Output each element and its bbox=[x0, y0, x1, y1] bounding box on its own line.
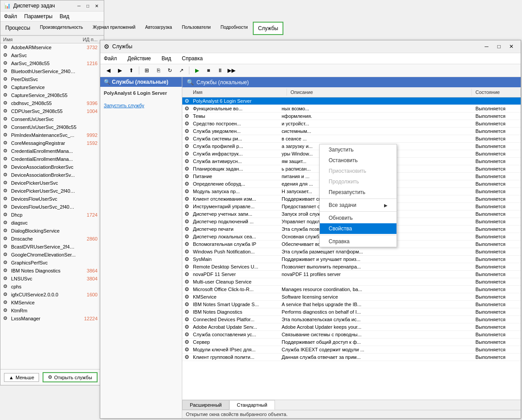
svc-row[interactable]: ⚙ IBM Notes Diagnostics Performs diagnos… bbox=[182, 308, 521, 316]
tm-row[interactable]: ⚙ Dhcp 1724 bbox=[0, 211, 104, 219]
ctx-item-остановить[interactable]: Остановить bbox=[320, 155, 396, 166]
svc-menu-file[interactable]: Файл bbox=[103, 54, 118, 63]
tab-services[interactable]: Службы bbox=[253, 22, 283, 35]
ctx-item-запустить[interactable]: Запустить bbox=[320, 144, 396, 155]
svc-row[interactable]: ⚙ Клиент групповой полити... Данная служ… bbox=[182, 354, 521, 361]
ctx-item-свойства[interactable]: Свойства bbox=[320, 223, 396, 234]
tb-copy-btn[interactable]: ⎘ bbox=[153, 66, 164, 75]
tm-row[interactable]: ⚙ DeviceAssociationBrokerSvc bbox=[0, 163, 104, 171]
tm-row[interactable]: ⚙ DeviceAssociationBrokerSv... bbox=[0, 171, 104, 179]
svc-row[interactable]: ⚙ Connected Devices Platfor... Эта польз… bbox=[182, 316, 521, 323]
tm-close-btn[interactable]: ✕ bbox=[93, 2, 100, 9]
tab-performance[interactable]: Производительность bbox=[35, 22, 88, 35]
svc-row[interactable]: ⚙ KMService Software licensing service В… bbox=[182, 293, 521, 301]
svc-row[interactable]: ⚙ PolyAnalyst 6 Login Server bbox=[182, 97, 521, 105]
tm-row[interactable]: ⚙ ConsentUxUserSvc bbox=[0, 115, 104, 123]
svc-row[interactable]: ⚙ Функциональные во... ных возмо... Выпо… bbox=[182, 105, 521, 113]
tm-menu-params[interactable]: Параметры bbox=[24, 12, 53, 20]
tb-stop-btn[interactable]: ■ bbox=[203, 66, 214, 75]
tm-row[interactable]: ⚙ AdobeARMservice 3732 bbox=[0, 43, 104, 51]
svc-row-name: KMService bbox=[191, 294, 280, 300]
ctx-item-перезапустить[interactable]: Перезапустить bbox=[320, 187, 396, 198]
tm-row[interactable]: ⚙ LNSUSvc 3804 bbox=[0, 275, 104, 283]
svc-row[interactable]: ⚙ Remote Desktop Services U... Позволяет… bbox=[182, 263, 521, 271]
svc-maximize-btn[interactable]: □ bbox=[493, 42, 505, 51]
tm-row[interactable]: ⚙ BluetoothUserService_2f408... bbox=[0, 67, 104, 75]
tm-row[interactable]: ⚙ AarSvc bbox=[0, 51, 104, 59]
tm-row[interactable]: ⚙ Dnscache 2860 bbox=[0, 235, 104, 243]
tm-row[interactable]: ⚙ GoogleChromeElevationSer... bbox=[0, 251, 104, 259]
tm-row[interactable]: ⚙ DevicesFlowUserSvc bbox=[0, 195, 104, 203]
svc-row[interactable]: ⚙ Служба сопоставления ус... Связывание … bbox=[182, 331, 521, 338]
svc-menu-help[interactable]: Справка bbox=[181, 54, 204, 63]
svc-row[interactable]: ⚙ Adobe Acrobat Update Serv... Adobe Acr… bbox=[182, 323, 521, 331]
tm-row[interactable]: ⚙ DialogBlockingService bbox=[0, 227, 104, 235]
ctx-item-все-задачи[interactable]: Все задачи▶ bbox=[320, 200, 396, 210]
tm-menu-file[interactable]: Файл bbox=[4, 12, 17, 20]
tm-row[interactable]: ⚙ IBM Notes Diagnostics 3864 bbox=[0, 267, 104, 275]
tm-row[interactable]: ⚙ CDPUserSvc_2f408c55 1004 bbox=[0, 107, 104, 115]
tab-extended[interactable]: Расширенный bbox=[182, 400, 229, 410]
tab-users[interactable]: Пользователи bbox=[177, 22, 216, 35]
tm-minimize-btn[interactable]: ─ bbox=[75, 2, 82, 9]
tb-pause-btn[interactable]: ⏸ bbox=[215, 66, 225, 75]
tm-row[interactable]: ⚙ diagsvc bbox=[0, 219, 104, 227]
tm-row[interactable]: ⚙ cphs bbox=[0, 283, 104, 291]
svc-menu-view[interactable]: Вид bbox=[161, 54, 172, 63]
tb-back-btn[interactable]: ◀ bbox=[103, 66, 114, 75]
tb-refresh-btn[interactable]: ↻ bbox=[165, 66, 175, 75]
tm-row[interactable]: ⚙ igfxCUIService2.0.0.0 1600 bbox=[0, 291, 104, 299]
tm-row[interactable]: ⚙ CoreMessagingRegistrar 1592 bbox=[0, 139, 104, 147]
open-services-btn[interactable]: ⚙ Открыть службы bbox=[43, 372, 98, 382]
tab-processes[interactable]: Процессы bbox=[0, 22, 35, 35]
tm-row[interactable]: ⚙ DevicePickerUserSvc_2f408... bbox=[0, 187, 104, 195]
svc-row[interactable]: ⚙ Multi-user Cleanup Service Выполняется bbox=[182, 278, 521, 286]
svc-row[interactable]: ⚙ Средство построен... и устройст... Вып… bbox=[182, 120, 521, 128]
tm-row[interactable]: ⚙ CredentialEnrollmentMana... bbox=[0, 155, 104, 163]
tab-standard[interactable]: Стандартный bbox=[229, 400, 275, 410]
tb-restart-btn[interactable]: ▶▶ bbox=[226, 66, 237, 75]
tm-row[interactable]: ⚙ CaptureService_2f408c55 bbox=[0, 91, 104, 99]
tm-row[interactable]: ⚙ LxssManager 12224 bbox=[0, 315, 104, 323]
tm-row[interactable]: ⚙ CaptureService bbox=[0, 83, 104, 91]
tb-up-btn[interactable]: ⬆ bbox=[126, 66, 137, 75]
tb-show-btn[interactable]: ⊞ bbox=[141, 66, 152, 75]
svc-close-btn[interactable]: ✕ bbox=[506, 42, 517, 51]
tm-row[interactable]: ⚙ ConsentUxUserSvc_2f408c55 bbox=[0, 123, 104, 131]
svc-row[interactable]: ⚙ Microsoft Office Click-to-R... Manages… bbox=[182, 286, 521, 293]
svc-start-link[interactable]: Запустить службу bbox=[104, 103, 144, 108]
tm-row[interactable]: ⚙ PeerDistSvc bbox=[0, 75, 104, 83]
ctx-item-справка[interactable]: Справка bbox=[320, 236, 396, 247]
tm-row[interactable]: ⚙ CredentialEnrollmentMana... bbox=[0, 147, 104, 155]
svc-menu-action[interactable]: Действие bbox=[127, 54, 152, 63]
svc-row[interactable]: ⚙ novaPDF 11 Server novaPDF 11 profiles … bbox=[182, 271, 521, 278]
tb-play-btn[interactable]: ▶ bbox=[192, 66, 202, 75]
tm-row[interactable]: ⚙ KtmRm bbox=[0, 307, 104, 315]
tm-row[interactable]: ⚙ KMService bbox=[0, 299, 104, 307]
tm-maximize-btn[interactable]: □ bbox=[84, 2, 91, 9]
svc-row[interactable]: ⚙ Темы нформления. Выполняется bbox=[182, 113, 521, 120]
less-btn[interactable]: ▲ Меньше bbox=[4, 373, 39, 382]
tm-row[interactable]: ⚙ BcastDVRUserService_2f408... bbox=[0, 243, 104, 251]
tm-row[interactable]: ⚙ AarSvc_2f408c55 1216 bbox=[0, 59, 104, 67]
tm-menu-view[interactable]: Вид bbox=[59, 12, 69, 20]
ctx-item-обновить[interactable]: Обновить bbox=[320, 213, 396, 223]
tb-map-btn[interactable]: ↗ bbox=[176, 66, 187, 75]
svc-row[interactable]: ⚙ Служба системы ри... в сеансе ... Выпо… bbox=[182, 135, 521, 143]
tab-details[interactable]: Подробности bbox=[216, 22, 252, 35]
tm-row[interactable]: ⚙ DevicePickerUserSvc bbox=[0, 179, 104, 187]
tab-startup[interactable]: Автозагрузка bbox=[140, 22, 177, 35]
svc-row[interactable]: ⚙ Windows Push Notification... Эта служб… bbox=[182, 248, 521, 256]
tm-row[interactable]: ⚙ GraphicsPerfSvc bbox=[0, 259, 104, 267]
tm-row[interactable]: ⚙ PimIndexMaintenanceSvc_... 9992 bbox=[0, 131, 104, 139]
svc-row[interactable]: ⚙ IBM Notes Smart Upgrade S... A service… bbox=[182, 301, 521, 308]
svc-minimize-btn[interactable]: ─ bbox=[481, 42, 492, 51]
svc-row[interactable]: ⚙ Модули ключей IPsec для... Служба IKEE… bbox=[182, 346, 521, 354]
svc-row[interactable]: ⚙ Сервер Поддерживает общий доступ к ф..… bbox=[182, 338, 521, 346]
svc-row[interactable]: ⚙ Служба уведомлен... системным... Выпол… bbox=[182, 128, 521, 135]
tab-applog[interactable]: Журнал приложений bbox=[88, 22, 140, 35]
tm-row[interactable]: ⚙ cbdhsvc_2f408c55 9396 bbox=[0, 99, 104, 107]
tb-forward-btn[interactable]: ▶ bbox=[114, 66, 125, 75]
svc-row[interactable]: ⚙ SysMain Поддерживает и улучшает произ.… bbox=[182, 256, 521, 263]
tm-row[interactable]: ⚙ DevicesFlowUserSvc_2f408c... bbox=[0, 203, 104, 211]
